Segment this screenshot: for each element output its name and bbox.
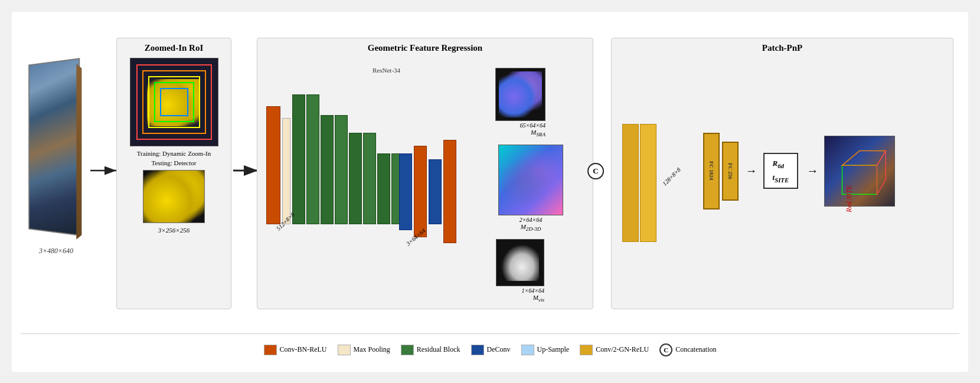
map-vis-label: Mvis: [496, 294, 544, 303]
res-block-4: [335, 115, 348, 224]
pnp-inner: 128×8×8 FC 1024 FC 256 → R6d tSITE →: [616, 83, 948, 260]
maxpool-block: [282, 118, 290, 224]
roi-image-bottom: [143, 170, 205, 223]
roi-dim-label: 3×256×256: [122, 227, 226, 234]
legend-deconv: DeConv: [471, 345, 511, 355]
legend-conv2gn-swatch: [580, 345, 593, 355]
result-arrow: →: [806, 164, 818, 178]
conv-block-1: [266, 106, 280, 224]
map-2d3d-wrapper: 2×64×64 M2D-3D: [498, 145, 563, 232]
legend-deconv-swatch: [471, 345, 484, 355]
roi-section: Zoomed-In RoI Training: Dynamic Zoom-In …: [116, 38, 231, 309]
roi-image-top: [130, 58, 218, 146]
map-2d3d-dim: 2×64×64: [498, 217, 563, 223]
input-image-wrapper: 3×480×640: [27, 61, 86, 256]
legend-concat-label: Concatenation: [675, 345, 716, 354]
res-block-3: [321, 115, 334, 224]
sra-spheres: [499, 71, 542, 117]
roi-training-label: Training: Dynamic Zoom-In: [122, 150, 226, 157]
rt-box: R6d tSITE: [763, 153, 799, 189]
pnp-conv-stack: [622, 100, 656, 242]
legend-residual-swatch: [401, 345, 414, 355]
map-sra-label: MSRA: [495, 129, 545, 138]
r6d-label: R6d: [773, 159, 789, 169]
legend-conv: Conv-BN-ReLU: [264, 345, 327, 355]
map-vis-dim: 1×64×64: [496, 287, 544, 294]
fc1024-label: FC 1024: [708, 161, 714, 180]
roi-testing-label: Testing: Detector: [122, 159, 226, 166]
legend-conv-swatch: [264, 345, 277, 355]
pnp-conv-block-2: [640, 124, 656, 242]
map-vis-wrapper: 1×64×64 Mvis: [496, 239, 544, 303]
gfr-section: Geometric Feature Regression ResNet-34: [257, 38, 593, 309]
res-block-7: [377, 153, 390, 224]
deconv-block-2: [429, 159, 442, 224]
legend-maxpool-label: Max Pooling: [354, 345, 390, 354]
legend-maxpool-swatch: [338, 345, 351, 355]
tsite-label: tSITE: [773, 173, 789, 184]
conv-block-decoder-1: [414, 146, 427, 237]
legend-upsample: Up-Sample: [521, 345, 570, 355]
res-block-5: [349, 133, 362, 224]
pnp-title: Patch-PnP: [616, 43, 948, 53]
resnet-label: ResNet-34: [373, 67, 400, 74]
architecture-diagram: 3×480×640 Zoomed-In RoI Training: Dynami…: [21, 20, 959, 334]
2d3d-spheres: [504, 150, 558, 210]
red-site-label: Red SITE: [845, 185, 854, 212]
svg-marker-15: [842, 150, 886, 165]
pnp-section: Patch-PnP 128×8×8 FC 1024 FC 256: [611, 38, 953, 309]
legend-residual-label: Residual Block: [417, 345, 460, 354]
legend-concat-symbol: C: [659, 343, 672, 356]
vis-blob: [501, 244, 539, 281]
decoder-blocks: [399, 133, 458, 251]
fc1024-block: FC 1024: [703, 133, 720, 209]
input-image-3d: [27, 61, 86, 244]
legend-upsample-swatch: [521, 345, 534, 355]
map-sra-image: [495, 68, 545, 121]
legend-upsample-label: Up-Sample: [537, 345, 570, 354]
map-vis-image: [496, 239, 544, 286]
result-image: [824, 136, 895, 207]
conv-block-decoder-2: [443, 140, 456, 243]
pnp-arrow: →: [746, 164, 757, 178]
legend-residual: Residual Block: [401, 345, 460, 355]
legend-maxpool: Max Pooling: [338, 345, 390, 355]
map-sra-dim: 65×64×64: [495, 122, 545, 129]
concat-symbol: C: [587, 163, 604, 179]
main-container: 3×480×640 Zoomed-In RoI Training: Dynami…: [12, 12, 968, 372]
roi-title: Zoomed-In RoI: [122, 43, 226, 53]
legend-bar: Conv-BN-ReLU Max Pooling Residual Block …: [21, 333, 959, 365]
res-block-1: [292, 94, 305, 224]
map-2d3d-label: M2D-3D: [498, 223, 563, 232]
dim-128: 128×8×8: [661, 166, 682, 187]
wireframe-svg: [825, 136, 894, 206]
res-block-6: [363, 133, 376, 224]
svg-marker-16: [877, 150, 886, 194]
pnp-conv-block-1: [622, 124, 639, 242]
map-2d3d-image: [498, 145, 563, 215]
resnet-visual: [266, 77, 406, 224]
gfr-title: Geometric Feature Regression: [262, 43, 588, 53]
input-dim-label: 3×480×640: [39, 247, 73, 256]
legend-deconv-label: DeConv: [487, 345, 511, 354]
legend-conv-label: Conv-BN-ReLU: [280, 345, 327, 354]
deconv-block-1: [399, 153, 412, 230]
res-block-2: [306, 94, 319, 224]
legend-concat: C Concatenation: [659, 343, 716, 356]
legend-conv2gn-label: Conv/2-GN-ReLU: [596, 345, 649, 354]
map-sra-wrapper: 65×64×64 MSRA: [495, 68, 545, 138]
legend-conv2gn: Conv/2-GN-ReLU: [580, 345, 649, 355]
fc256-label: FC 256: [727, 163, 733, 179]
fc256-block: FC 256: [722, 142, 739, 201]
